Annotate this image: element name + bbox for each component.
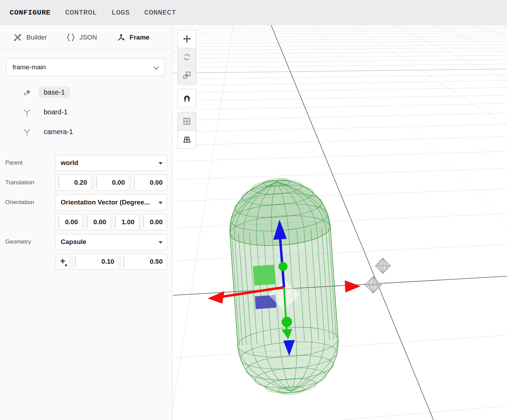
nav-logs[interactable]: LOGS bbox=[112, 9, 130, 17]
parent-select-value: world bbox=[61, 159, 78, 167]
orientation-type-select[interactable]: Orientation Vector (Degree... bbox=[55, 194, 167, 210]
tab-builder-label: Builder bbox=[26, 34, 47, 41]
magnet-icon bbox=[182, 94, 191, 103]
geometry-length-input[interactable] bbox=[121, 254, 167, 269]
snap-magnet-button[interactable] bbox=[178, 89, 196, 107]
scene-canvas bbox=[173, 25, 507, 420]
translation-label: Translation bbox=[5, 179, 55, 186]
translation-x-input[interactable] bbox=[56, 175, 91, 190]
frame-axis-icon bbox=[23, 108, 31, 116]
tree-item-label: camera-1 bbox=[39, 126, 78, 138]
geometry-label: Geometry bbox=[5, 238, 55, 245]
mode-tabs: Builder JSON Frame bbox=[0, 25, 172, 50]
orientation-th-input[interactable] bbox=[141, 215, 167, 230]
capsule-icon bbox=[23, 88, 31, 97]
nav-connect[interactable]: CONNECT bbox=[144, 9, 176, 17]
frame-select-value: frame-main bbox=[12, 63, 46, 71]
octahedron-marker[interactable] bbox=[375, 258, 390, 273]
frame-form: Parent world Translation Orientation Ori… bbox=[0, 155, 172, 270]
frame-select[interactable]: frame-main bbox=[6, 58, 165, 76]
tab-builder[interactable]: Builder bbox=[13, 33, 47, 42]
translation-z-input[interactable] bbox=[131, 175, 167, 190]
tab-frame[interactable]: Frame bbox=[117, 33, 149, 42]
x-axis-pos-arrow[interactable] bbox=[345, 280, 361, 292]
orientation-y-input[interactable] bbox=[84, 215, 111, 230]
nav-control[interactable]: CONTROL bbox=[65, 9, 97, 17]
plus-dot-icon: + bbox=[60, 256, 65, 266]
tree-item-label: board-1 bbox=[39, 106, 72, 118]
grid-icon bbox=[182, 117, 191, 126]
geometry-select-value: Capsule bbox=[61, 238, 86, 246]
config-sidebar: Builder JSON Frame frame-main bbox=[0, 25, 173, 420]
green-frame-marker[interactable] bbox=[253, 265, 275, 286]
translation-y-input[interactable] bbox=[94, 175, 129, 190]
rotate-icon bbox=[182, 53, 191, 62]
orientation-type-value: Orientation Vector (Degree... bbox=[61, 199, 150, 206]
viewport-toolbar bbox=[178, 29, 196, 153]
move-icon bbox=[182, 34, 191, 43]
component-tree: base-1 board-1 camera-1 bbox=[0, 82, 172, 142]
octahedron-marker[interactable] bbox=[365, 277, 381, 293]
triangle-down-icon bbox=[158, 202, 163, 204]
braces-icon bbox=[66, 33, 75, 42]
origin-markers bbox=[365, 258, 390, 293]
orientation-label: Orientation bbox=[5, 199, 55, 206]
parent-label: Parent bbox=[5, 159, 55, 166]
geometry-select[interactable]: Capsule bbox=[55, 234, 167, 250]
move-tool-button[interactable] bbox=[178, 30, 196, 48]
grid-perspective-button[interactable] bbox=[178, 130, 196, 148]
tree-item-label: base-1 bbox=[39, 87, 70, 98]
frame-axis-icon bbox=[117, 33, 126, 42]
triangle-down-icon bbox=[158, 162, 163, 165]
y-axis-sphere[interactable] bbox=[282, 317, 292, 327]
tree-item-camera-1[interactable]: camera-1 bbox=[0, 122, 172, 142]
geometry-radius-input[interactable] bbox=[72, 254, 119, 269]
scale-tool-button[interactable] bbox=[178, 66, 196, 84]
add-geometry-button[interactable]: + bbox=[55, 254, 70, 270]
scale-icon bbox=[182, 71, 191, 80]
orientation-z-input[interactable] bbox=[112, 215, 139, 230]
perspective-grid-icon bbox=[182, 135, 191, 144]
tab-json-label: JSON bbox=[79, 34, 97, 41]
top-nav: CONFIGURE CONTROL LOGS CONNECT bbox=[0, 0, 507, 25]
tree-item-board-1[interactable]: board-1 bbox=[0, 102, 172, 122]
y-axis-dot-handle[interactable] bbox=[278, 262, 287, 271]
nav-configure[interactable]: CONFIGURE bbox=[10, 9, 51, 17]
tab-json[interactable]: JSON bbox=[66, 33, 97, 42]
scene-viewport[interactable] bbox=[173, 25, 507, 420]
tree-item-base-1[interactable]: base-1 bbox=[0, 82, 172, 102]
tools-icon bbox=[13, 33, 22, 42]
orientation-x-input[interactable] bbox=[56, 215, 82, 230]
grid-lines bbox=[173, 25, 507, 420]
tab-frame-label: Frame bbox=[130, 34, 149, 41]
chevron-down-icon bbox=[154, 64, 159, 70]
parent-select[interactable]: world bbox=[55, 155, 167, 171]
triangle-down-icon bbox=[158, 241, 163, 244]
frame-axis-icon bbox=[23, 128, 31, 136]
rotate-tool-button[interactable] bbox=[178, 48, 196, 66]
grid-plane-button[interactable] bbox=[178, 112, 196, 130]
